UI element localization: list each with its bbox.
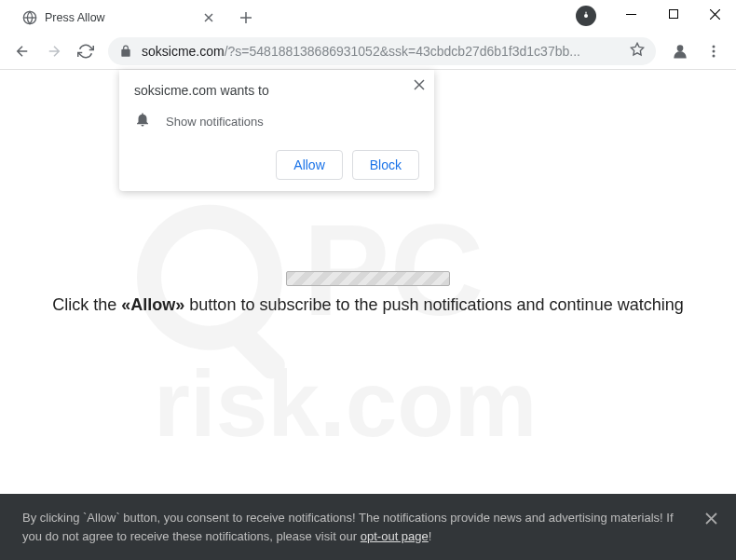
svg-point-15 [713,54,716,57]
permission-text: Show notifications [166,115,264,129]
bookmark-star-icon[interactable] [630,42,645,61]
notification-permission-popup: soksicme.com wants to Show notifications… [119,70,434,191]
block-button[interactable]: Block [352,150,419,180]
page-content: PC risk.com soksicme.com wants to Show n… [0,70,736,560]
reload-button[interactable] [71,36,101,66]
consent-close-icon[interactable] [705,507,717,532]
menu-button[interactable] [699,36,729,66]
window-titlebar: Press Allow [0,0,736,33]
svg-text:risk.com: risk.com [154,351,537,456]
popup-close-icon[interactable] [414,77,425,94]
browser-tab[interactable]: Press Allow [11,3,225,33]
close-window-button[interactable] [694,0,736,28]
popup-title: soksicme.com wants to [134,83,419,98]
back-button[interactable] [7,36,37,66]
svg-marker-11 [631,43,643,55]
svg-text:PC: PC [303,197,484,343]
opt-out-link[interactable]: opt-out page [361,529,429,543]
consent-banner: By clicking `Allow` button, you consent … [0,494,736,560]
profile-button[interactable] [667,38,693,64]
svg-rect-8 [669,10,677,19]
tab-title: Press Allow [45,11,194,24]
svg-point-13 [713,45,716,48]
svg-point-16 [149,217,270,338]
forward-button [39,36,69,66]
maximize-button[interactable] [652,0,694,28]
incognito-icon [576,6,596,26]
browser-toolbar: soksicme.com/?s=548188138686931052&ssk=4… [0,33,736,70]
window-controls [610,0,736,28]
minimize-button[interactable] [610,0,652,28]
globe-icon [22,10,37,25]
tab-close-icon[interactable] [201,10,216,25]
svg-point-12 [677,45,684,51]
instruction-text: Click the «Allow» button to subscribe to… [0,295,736,315]
bell-icon [134,111,151,131]
new-tab-button[interactable] [233,5,259,31]
allow-button[interactable]: Allow [276,150,342,180]
consent-text: By clicking `Allow` button, you consent … [22,511,674,543]
address-bar[interactable]: soksicme.com/?s=548188138686931052&ssk=4… [108,37,656,65]
url-text: soksicme.com/?s=548188138686931052&ssk=4… [142,44,620,59]
svg-point-14 [713,49,716,52]
svg-point-6 [584,14,588,18]
lock-icon [119,45,132,58]
loading-progress-bar [286,271,450,286]
